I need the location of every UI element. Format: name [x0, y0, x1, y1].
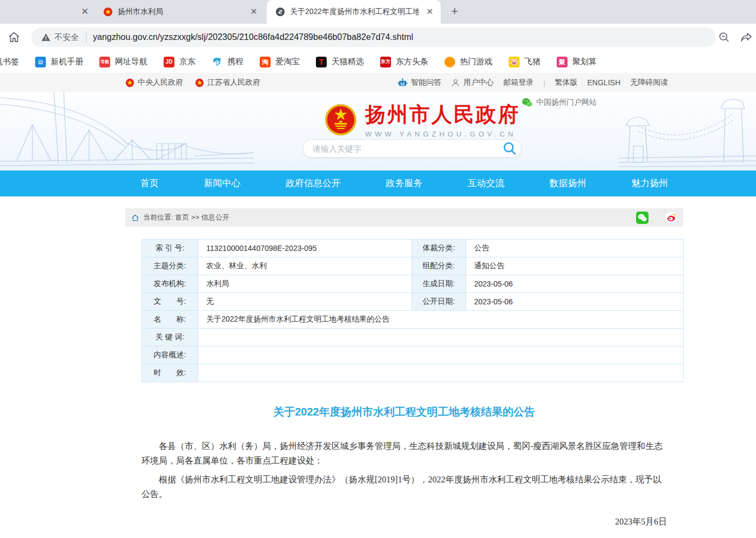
traditional-chinese-link[interactable]: 繁体版 — [555, 78, 578, 87]
tab-announcement-active[interactable]: 关于2022年度扬州市水利工程文明工地 ✕ — [267, 0, 441, 24]
tab-yangzhou-water-bureau[interactable]: 扬州市水利局 ✕ — [94, 0, 265, 24]
url-text[interactable]: yangzhou.gov.cn/yzszxxgk/slj/202305/210c… — [93, 32, 413, 42]
site-logo[interactable]: 扬州市人民政府 WWW.YANGZHOU.GOV.CN — [324, 101, 520, 138]
security-label[interactable]: 不安全 — [55, 32, 79, 43]
close-tab-icon[interactable]: ✕ — [424, 6, 435, 17]
site-name: 扬州市人民政府 — [365, 101, 520, 128]
bookmark-fliggy[interactable]: 🐷 飞猪 — [509, 57, 541, 67]
weibo-share-icon[interactable] — [665, 212, 677, 224]
tab-title: 关于2022年度扬州市水利工程文明工地 — [290, 7, 419, 17]
bookmark-manual[interactable]: ▤ 新机手册 — [35, 57, 83, 67]
bookmark-jd[interactable]: JD 京东 — [164, 57, 195, 67]
nav-item-home[interactable]: 首页 — [140, 171, 159, 196]
nav-item-info-disclosure[interactable]: 政府信息公开 — [286, 171, 341, 196]
close-tab-icon[interactable]: ✕ — [79, 6, 91, 18]
nav-item-services[interactable]: 政务服务 — [386, 171, 423, 196]
link-central-gov[interactable]: 中央人民政府 — [125, 78, 183, 87]
browser-logo-favicon — [275, 7, 285, 17]
table-row: 主题分类: 农业、林业、水利 组配分类: 通知公告 — [142, 257, 684, 275]
nav-item-charm[interactable]: 魅力扬州 — [631, 171, 668, 196]
bookmark-ctrip[interactable]: 🐬 携程 — [212, 57, 244, 67]
portal-tag[interactable]: 中国扬州门户网站 — [522, 98, 597, 107]
smart-qa-link[interactable]: 智能问答 — [397, 78, 441, 88]
bookmark-tmall[interactable]: T 天猫精选 — [316, 57, 364, 67]
bridge-sketch-left — [0, 92, 254, 171]
bridge-sketch-right — [618, 92, 756, 171]
bookmark-phone-bookmarks[interactable]: 机书签 — [0, 57, 19, 67]
site-search — [302, 139, 522, 158]
english-link[interactable]: ENGLISH — [588, 78, 620, 87]
table-row: 关 键 词: — [142, 329, 684, 346]
table-row: 索 引 号: 11321000014407098E-2023-095 体裁分类:… — [142, 240, 684, 257]
share-icon[interactable] — [740, 31, 753, 44]
breadcrumb: 当前位置: 首页 >> 信息公开 — [125, 208, 683, 227]
manual-icon: ▤ — [35, 57, 46, 67]
omnibox-divider — [86, 32, 86, 43]
zoom-out-icon[interactable] — [718, 31, 731, 44]
article-date: 2023年5月6日 — [125, 516, 683, 528]
bookmark-taobao[interactable]: 淘 爱淘宝 — [260, 57, 300, 67]
browser-tab-strip: ✕ 扬州市水利局 ✕ 关于2022年度扬州市水利工程文明工地 ✕ + — [0, 0, 756, 24]
site-utility-bar: 中央人民政府 江苏省人民政府 智能问答 — [0, 73, 756, 92]
close-tab-icon[interactable]: ✕ — [248, 6, 259, 17]
ctrip-dolphin-icon: 🐬 — [212, 57, 222, 67]
taobao-icon: 淘 — [260, 57, 271, 67]
table-row: 名 称: 关于2022年度扬州市水利工程文明工地考核结果的公告 — [142, 311, 684, 329]
bookmark-eastday[interactable]: 东方 东方头条 — [380, 57, 428, 67]
eastday-icon: 东方 — [380, 57, 391, 67]
utility-separator: | — [543, 79, 545, 87]
breadcrumb-home-icon[interactable] — [131, 214, 139, 222]
home-icon[interactable] — [6, 30, 22, 45]
jd-icon: JD — [164, 57, 174, 67]
bookmarks-bar: 机书签 ▤ 新机手册 导航 网址导航 JD 京东 🐬 携程 淘 爱淘宝 T 天猫… — [0, 51, 756, 73]
browser-address-bar: 不安全 yangzhou.gov.cn/yzszxxgk/slj/202305/… — [0, 24, 756, 51]
page-content: 当前位置: 首页 >> 信息公开 索 引 号: 1132100001440709… — [125, 208, 683, 538]
table-row: 发布机构: 水利局 生成日期: 2023-05-06 — [142, 275, 684, 293]
article-paragraph: 根据《扬州市水利工程文明工地建设管理办法》（扬水规[2019]1号），2022年… — [141, 472, 667, 501]
wechat-share-icon[interactable] — [636, 212, 649, 224]
fliggy-pig-icon: 🐷 — [509, 57, 519, 67]
search-icon[interactable] — [502, 140, 518, 156]
article-paragraph: 各县（市、区）水利（务）局，扬州经济开发区城乡事务管理局，生态科技新城规划建设局… — [141, 439, 667, 468]
tmall-icon: T — [316, 57, 327, 67]
url-omnibox[interactable]: 不安全 yangzhou.gov.cn/yzszxxgk/slj/202305/… — [31, 28, 716, 47]
national-emblem-icon — [324, 103, 357, 137]
main-nav: 首页 新闻中心 政府信息公开 政务服务 互动交流 数据扬州 魅力扬州 — [0, 171, 756, 196]
not-secure-warning-icon — [41, 33, 51, 42]
nav-item-news[interactable]: 新闻中心 — [204, 171, 241, 196]
bookmark-juhuasuan[interactable]: 聚 聚划算 — [557, 57, 597, 67]
games-icon — [444, 57, 455, 67]
article: 关于2022年度扬州市水利工程文明工地考核结果的公告 各县（市、区）水利（务）局… — [125, 405, 683, 538]
new-tab-icon[interactable]: + — [447, 4, 462, 19]
site-nav-icon: 导航 — [99, 57, 110, 67]
tab-title: 扬州市水利局 — [118, 7, 243, 17]
bookmark-games[interactable]: 热门游戏 — [444, 57, 492, 67]
user-icon — [451, 78, 460, 87]
gov-emblem-icon — [125, 78, 134, 87]
robot-icon — [397, 78, 408, 88]
table-row: 内容概述: — [142, 346, 684, 364]
link-jiangsu-gov[interactable]: 江苏省人民政府 — [195, 78, 260, 87]
site-header: 扬州市人民政府 WWW.YANGZHOU.GOV.CN 中国扬州门户网站 — [0, 92, 756, 171]
article-title: 关于2022年度扬州市水利工程文明工地考核结果的公告 — [125, 405, 683, 419]
search-input[interactable] — [313, 144, 502, 153]
site-url-label: WWW.YANGZHOU.GOV.CN — [365, 130, 520, 138]
accessibility-link[interactable]: 无障碍阅读 — [630, 78, 668, 87]
table-row: 文 号: 无 公开日期: 2023-05-06 — [142, 293, 684, 311]
breadcrumb-label[interactable]: 当前位置: 首页 >> 信息公开 — [143, 213, 230, 222]
wechat-icon — [522, 98, 532, 107]
mail-login-link[interactable]: 邮箱登录 — [503, 78, 534, 87]
juhuasuan-icon: 聚 — [557, 57, 568, 67]
gov-emblem-favicon — [103, 7, 113, 17]
nav-item-data[interactable]: 数据扬州 — [550, 171, 586, 196]
gov-emblem-icon — [195, 78, 204, 87]
bookmark-site-nav[interactable]: 导航 网址导航 — [99, 57, 147, 67]
nav-item-interaction[interactable]: 互动交流 — [468, 171, 504, 196]
user-center-link[interactable]: 用户中心 — [451, 78, 494, 87]
document-meta-table: 索 引 号: 11321000014407098E-2023-095 体裁分类:… — [141, 239, 684, 382]
table-row: 时 效: — [142, 364, 684, 382]
